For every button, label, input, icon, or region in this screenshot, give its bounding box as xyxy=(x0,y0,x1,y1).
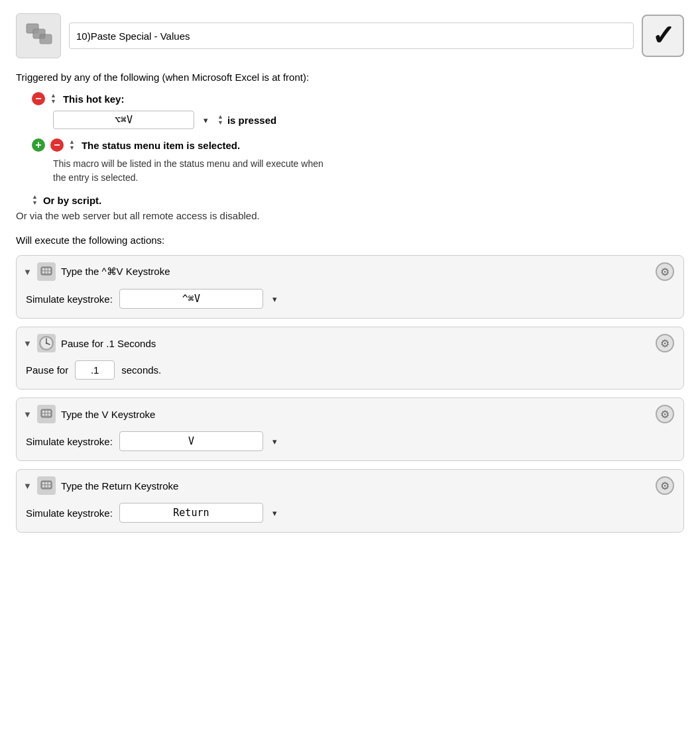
svg-rect-23 xyxy=(42,482,44,484)
trigger-hotkey-block: − ▲▼ This hot key: ▾ ▲▼ is pressed xyxy=(32,92,684,129)
svg-rect-9 xyxy=(48,272,50,274)
hotkey-dropdown-button[interactable]: ▾ xyxy=(201,114,211,127)
action-card-keystroke2: ▼ Type the V Keystroke ⚙ Simulate keystr… xyxy=(16,397,684,461)
action-title-keystroke3: Type the Return Keystroke xyxy=(61,480,179,492)
sort-arrows-hotkey[interactable]: ▲▼ xyxy=(50,93,56,105)
hotkey-value-input[interactable] xyxy=(53,111,194,129)
keystroke-dropdown-3[interactable]: ▾ xyxy=(270,507,280,519)
is-pressed-text: is pressed xyxy=(227,115,276,126)
checkmark-icon: ✓ xyxy=(652,22,675,50)
action-icon-keystroke2 xyxy=(37,405,56,423)
keystroke-input-1[interactable] xyxy=(119,289,263,309)
svg-rect-28 xyxy=(48,486,50,488)
svg-rect-27 xyxy=(45,486,47,488)
action-icon-pause xyxy=(37,334,56,352)
trigger-intro-text: Triggered by any of the following (when … xyxy=(16,72,684,83)
svg-rect-2 xyxy=(40,34,52,44)
header-row: ✓ xyxy=(16,13,684,58)
svg-point-14 xyxy=(46,343,47,344)
collapse-arrow-keystroke2[interactable]: ▼ xyxy=(23,409,32,419)
svg-rect-7 xyxy=(42,272,44,274)
action-header-left-keystroke1: ▼ Type the ^⌘V Keystroke xyxy=(23,262,170,281)
action-body-pause: Pause for seconds. xyxy=(17,358,683,389)
action-header-keystroke3: ▼ Type the Return Keystroke ⚙ xyxy=(17,470,683,500)
hotkey-trigger-label: This hot key: xyxy=(63,93,125,105)
svg-rect-18 xyxy=(48,411,50,413)
svg-rect-19 xyxy=(42,414,44,416)
will-execute-text: Will execute the following actions: xyxy=(16,235,684,246)
is-pressed-label: ▲▼ is pressed xyxy=(217,114,276,126)
trigger-hotkey-row: − ▲▼ This hot key: xyxy=(32,92,684,105)
action-body-keystroke2: Simulate keystroke: ▾ xyxy=(17,429,683,460)
collapse-arrow-pause[interactable]: ▼ xyxy=(23,339,32,348)
hotkey-input-row: ▾ ▲▼ is pressed xyxy=(53,111,684,129)
keystroke-input-2[interactable] xyxy=(119,431,263,451)
svg-rect-6 xyxy=(48,268,50,270)
svg-rect-3 xyxy=(41,267,52,275)
macro-icon xyxy=(16,13,61,58)
keystroke-dropdown-1[interactable]: ▾ xyxy=(270,293,280,305)
svg-rect-26 xyxy=(42,486,44,488)
svg-rect-5 xyxy=(45,268,47,270)
svg-rect-20 xyxy=(45,414,47,416)
action-body-keystroke3: Simulate keystroke: ▾ xyxy=(17,500,683,532)
gear-button-keystroke1[interactable]: ⚙ xyxy=(656,262,674,281)
gear-button-keystroke2[interactable]: ⚙ xyxy=(656,405,674,423)
pause-input[interactable] xyxy=(75,360,115,380)
svg-rect-4 xyxy=(42,268,44,270)
simulate-keystroke-label-1: Simulate keystroke: xyxy=(26,293,113,305)
sort-arrows-script[interactable]: ▲▼ xyxy=(32,194,38,206)
action-body-keystroke1: Simulate keystroke: ▾ xyxy=(17,286,683,318)
gear-button-pause[interactable]: ⚙ xyxy=(656,334,674,352)
svg-rect-15 xyxy=(41,409,52,417)
action-header-keystroke2: ▼ Type the V Keystroke ⚙ xyxy=(17,398,683,429)
keystroke-dropdown-2[interactable]: ▾ xyxy=(270,435,280,448)
web-server-note: Or via the web server but all remote acc… xyxy=(16,210,684,221)
svg-rect-8 xyxy=(45,272,47,274)
sort-arrows-status-menu[interactable]: ▲▼ xyxy=(69,139,75,151)
svg-rect-24 xyxy=(45,482,47,484)
simulate-keystroke-label-2: Simulate keystroke: xyxy=(26,436,113,447)
seconds-label: seconds. xyxy=(121,364,161,376)
remove-status-menu-trigger-button[interactable]: − xyxy=(50,138,64,152)
collapse-arrow-keystroke3[interactable]: ▼ xyxy=(23,481,32,491)
action-card-keystroke1: ▼ Type the ^⌘V Keystroke ⚙ Simulate keys… xyxy=(16,255,684,319)
svg-rect-22 xyxy=(41,481,52,489)
action-icon-keystroke3 xyxy=(37,476,56,495)
svg-rect-16 xyxy=(42,411,44,413)
action-card-pause: ▼ Pause for .1 Seconds ⚙ Pause for secon… xyxy=(16,327,684,390)
add-status-menu-trigger-button[interactable]: + xyxy=(32,138,45,152)
action-header-pause: ▼ Pause for .1 Seconds ⚙ xyxy=(17,327,683,358)
trigger-status-menu-block: + − ▲▼ The status menu item is selected.… xyxy=(32,138,684,185)
or-by-script-row: ▲▼ Or by script. xyxy=(32,194,684,206)
svg-rect-25 xyxy=(48,482,50,484)
action-header-keystroke1: ▼ Type the ^⌘V Keystroke ⚙ xyxy=(17,256,683,286)
gear-button-keystroke3[interactable]: ⚙ xyxy=(656,476,674,495)
action-title-keystroke1: Type the ^⌘V Keystroke xyxy=(61,266,170,278)
sort-arrows-pressed[interactable]: ▲▼ xyxy=(217,114,223,126)
action-header-left-keystroke2: ▼ Type the V Keystroke xyxy=(23,405,155,423)
status-menu-description: This macro will be listed in the status … xyxy=(53,157,570,185)
checkmark-button[interactable]: ✓ xyxy=(642,15,684,57)
status-menu-trigger-label: The status menu item is selected. xyxy=(82,140,240,151)
svg-rect-17 xyxy=(45,411,47,413)
action-card-keystroke3: ▼ Type the Return Keystroke ⚙ Simulate k… xyxy=(16,469,684,533)
trigger-status-menu-row: + − ▲▼ The status menu item is selected. xyxy=(32,138,684,152)
action-icon-keystroke1 xyxy=(37,262,56,281)
simulate-keystroke-label-3: Simulate keystroke: xyxy=(26,507,113,519)
remove-hotkey-trigger-button[interactable]: − xyxy=(32,92,45,105)
action-header-left-keystroke3: ▼ Type the Return Keystroke xyxy=(23,476,178,495)
action-header-left-pause: ▼ Pause for .1 Seconds xyxy=(23,334,156,352)
svg-rect-21 xyxy=(48,414,50,416)
macro-title-input[interactable] xyxy=(69,23,634,49)
or-by-script-label: Or by script. xyxy=(43,195,101,206)
action-title-keystroke2: Type the V Keystroke xyxy=(61,409,156,420)
collapse-arrow-keystroke1[interactable]: ▼ xyxy=(23,267,32,277)
pause-for-label: Pause for xyxy=(26,364,68,376)
keystroke-input-3[interactable] xyxy=(119,503,263,523)
action-title-pause: Pause for .1 Seconds xyxy=(61,338,156,349)
